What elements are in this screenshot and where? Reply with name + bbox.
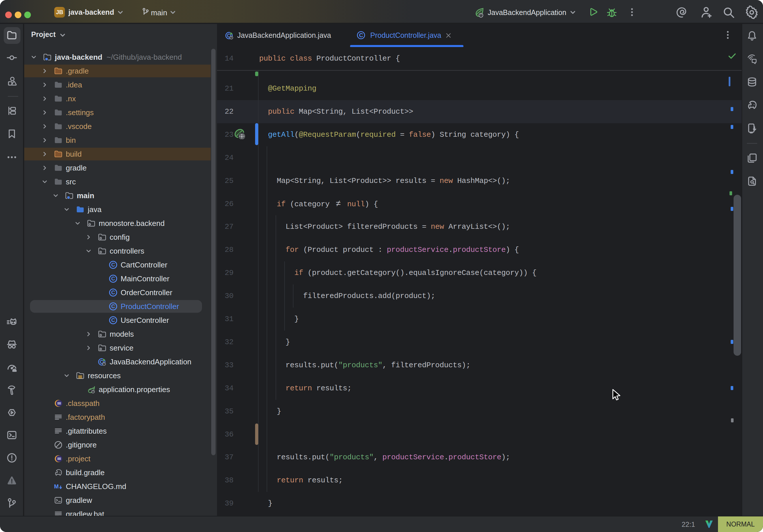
svg-text:C: C xyxy=(359,32,363,38)
svg-text:C: C xyxy=(111,317,115,323)
svg-text:M: M xyxy=(54,483,58,489)
svg-text:C: C xyxy=(111,276,115,281)
svg-text:C: C xyxy=(111,303,115,309)
svg-text:C: C xyxy=(111,290,115,295)
svg-text:C: C xyxy=(111,262,115,268)
